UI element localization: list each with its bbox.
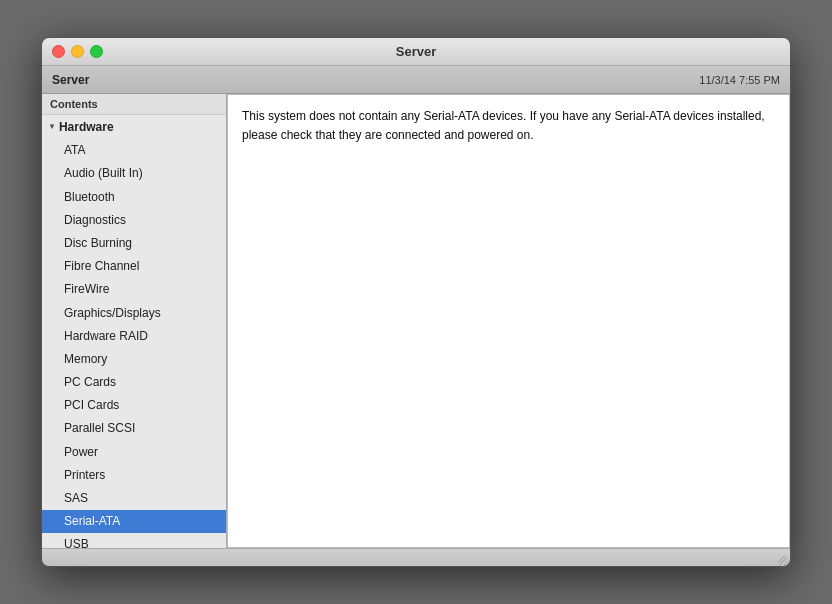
sidebar-item-disc-burning[interactable]: Disc Burning [42,232,226,255]
sidebar-item-memory[interactable]: Memory [42,348,226,371]
sidebar-item-usb[interactable]: USB [42,533,226,548]
content-area: This system does not contain any Serial-… [227,94,790,548]
sidebar-item-sas[interactable]: SAS [42,487,226,510]
sidebar-section-hardware[interactable]: ▼ Hardware [42,115,226,139]
content-text: This system does not contain any Serial-… [242,107,775,145]
resize-handle[interactable] [774,551,788,565]
toolbar: Server 11/3/14 7:55 PM [42,66,790,94]
triangle-icon: ▼ [48,121,56,134]
main-window: Server Server 11/3/14 7:55 PM Contents ▼… [41,37,791,567]
title-bar: Server [42,38,790,66]
sidebar-scroll[interactable]: ▼ Hardware ATA Audio (Built In) Bluetoot… [42,115,226,548]
maximize-button[interactable] [90,45,103,58]
window-title: Server [396,44,436,59]
hardware-label: Hardware [59,118,114,137]
sidebar-item-pc-cards[interactable]: PC Cards [42,371,226,394]
sidebar-item-diagnostics[interactable]: Diagnostics [42,209,226,232]
sidebar-item-graphics-displays[interactable]: Graphics/Displays [42,302,226,325]
sidebar-item-fibre-channel[interactable]: Fibre Channel [42,255,226,278]
sidebar-header: Contents [42,94,226,115]
server-label: Server [52,73,89,87]
close-button[interactable] [52,45,65,58]
sidebar-item-serial-ata[interactable]: Serial-ATA [42,510,226,533]
sidebar-item-hardware-raid[interactable]: Hardware RAID [42,325,226,348]
sidebar-item-ata[interactable]: ATA [42,139,226,162]
sidebar-item-bluetooth[interactable]: Bluetooth [42,186,226,209]
minimize-button[interactable] [71,45,84,58]
sidebar-item-audio[interactable]: Audio (Built In) [42,162,226,185]
bottom-bar [42,548,790,566]
traffic-lights [52,45,103,58]
datetime-label: 11/3/14 7:55 PM [699,74,780,86]
main-content: Contents ▼ Hardware ATA Audio (Built In)… [42,94,790,548]
sidebar-item-pci-cards[interactable]: PCI Cards [42,394,226,417]
sidebar: Contents ▼ Hardware ATA Audio (Built In)… [42,94,227,548]
sidebar-item-printers[interactable]: Printers [42,464,226,487]
sidebar-item-firewire[interactable]: FireWire [42,278,226,301]
sidebar-item-power[interactable]: Power [42,441,226,464]
sidebar-item-parallel-scsi[interactable]: Parallel SCSI [42,417,226,440]
